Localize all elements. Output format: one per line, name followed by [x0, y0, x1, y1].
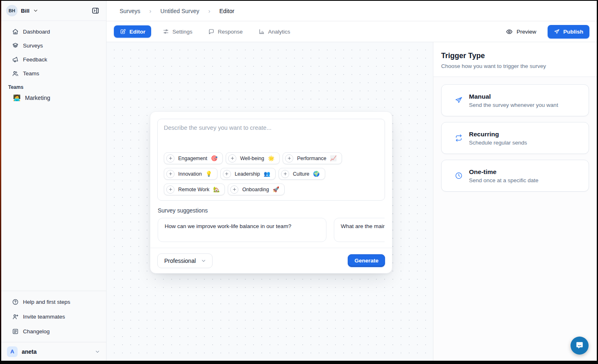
workspace-switcher[interactable]: BH Bill [6, 5, 39, 16]
topic-label: Performance [297, 156, 326, 161]
app-window: BH Bill Dashboard Surveys [1, 1, 597, 361]
breadcrumb-item[interactable]: Untitled Survey [140, 7, 199, 14]
panel-right-icon [91, 7, 100, 15]
topic-chips: Engagement 🎯 Well-being 🌟 Performance [164, 152, 378, 195]
sidebar-item-label: Teams [23, 70, 39, 77]
sliders-icon [163, 28, 169, 35]
tab-label: Response [218, 29, 243, 35]
topic-chip[interactable]: Remote Work 🏡 [164, 183, 225, 195]
plus-icon [223, 170, 231, 178]
help-icon [12, 298, 19, 305]
suggestion-card[interactable]: How can we improve work-life balance in … [158, 218, 326, 242]
eye-icon [506, 28, 513, 35]
sidebar-nav: Dashboard Surveys Feedback Teams [1, 21, 106, 80]
survey-prompt-input[interactable] [164, 124, 378, 149]
megaphone-icon [12, 56, 19, 63]
topic-label: Remote Work [178, 187, 209, 192]
editor-canvas[interactable]: Engagement 🎯 Well-being 🌟 Performance [106, 42, 433, 361]
chat-launcher-button[interactable] [571, 337, 589, 355]
topic-emoji: 🏡 [213, 186, 220, 192]
sidebar-item[interactable]: Feedback [5, 52, 102, 66]
suggestions-row: How can we improve work-life balance in … [158, 218, 385, 242]
topic-label: Onboarding [242, 187, 269, 192]
topic-label: Engagement [178, 156, 207, 161]
breadcrumb: SurveysUntitled SurveyEditor [120, 7, 234, 14]
trigger-panel: Trigger Type Choose how you want to trig… [433, 42, 597, 361]
topic-chip[interactable]: Culture 🌍 [279, 168, 325, 180]
sidebar-header: BH Bill [1, 1, 106, 21]
sidebar-item[interactable]: Dashboard [5, 25, 102, 38]
tab-label: Analytics [268, 29, 290, 35]
tab[interactable]: Response [204, 25, 247, 38]
team-emoji: 🧑‍💻 [13, 94, 21, 102]
tab-label: Settings [172, 29, 193, 35]
plus-icon [281, 170, 289, 178]
sidebar-footer-item[interactable]: Changelog [5, 324, 102, 339]
topic-emoji: 🌍 [313, 171, 319, 177]
breadcrumb-item[interactable]: Editor [199, 7, 235, 14]
user-name: aneta [22, 348, 91, 355]
topic-chip[interactable]: Leadership 👥 [220, 168, 276, 180]
chevron-down-icon [201, 258, 206, 264]
topic-chip[interactable]: Well-being 🌟 [226, 152, 280, 164]
chevron-down-icon [95, 349, 100, 355]
trigger-panel-title: Trigger Type [441, 52, 589, 60]
user-avatar: A [7, 346, 18, 357]
toolbar: Editor Settings Response Analytics [106, 21, 597, 42]
account-menu[interactable]: A aneta [1, 342, 106, 361]
topic-label: Culture [293, 171, 309, 177]
teams-section-label: Teams [1, 84, 106, 90]
send-icon [554, 29, 560, 35]
trigger-option[interactable]: One-time Send once at a specific date [441, 160, 589, 192]
tab[interactable]: Analytics [254, 25, 294, 38]
suggestion-card[interactable]: What are the main ob [334, 218, 385, 242]
topic-chip[interactable]: Performance 📈 [283, 152, 342, 164]
team-label: Marketing [25, 95, 50, 101]
publish-button[interactable]: Publish [548, 25, 589, 38]
topic-chip[interactable]: Engagement 🎯 [164, 152, 223, 164]
trigger-option-title: One-time [469, 168, 539, 176]
clock-icon [455, 172, 463, 180]
tab[interactable]: Settings [159, 25, 197, 38]
sidebar-team-item[interactable]: 🧑‍💻 Marketing [5, 91, 102, 105]
screen: BH Bill Dashboard Surveys [0, 0, 598, 364]
tab-label: Editor [129, 29, 145, 35]
sidebar-footer-item[interactable]: Invite teammates [5, 309, 102, 324]
workspace-avatar: BH [6, 5, 18, 16]
main-area: SurveysUntitled SurveyEditor Editor Sett… [106, 1, 597, 361]
tab-bar: Editor Settings Response Analytics [114, 25, 494, 38]
home-icon [12, 28, 19, 35]
trigger-option[interactable]: Manual Send the survey whenever you want [441, 84, 589, 116]
trigger-panel-header: Trigger Type Choose how you want to trig… [433, 42, 597, 77]
topic-chip[interactable]: Onboarding 🚀 [228, 183, 285, 195]
prompt-box: Engagement 🎯 Well-being 🌟 Performance [157, 119, 385, 201]
chevron-down-icon [33, 8, 39, 14]
repeat-icon [455, 134, 463, 142]
sidebar-item-label: Feedback [23, 57, 47, 63]
preview-button[interactable]: Preview [502, 26, 540, 38]
sidebar-item[interactable]: Teams [5, 66, 102, 80]
sidebar-footer-label: Changelog [23, 328, 50, 335]
generate-button[interactable]: Generate [348, 254, 385, 267]
teams-list: 🧑‍💻 Marketing [1, 91, 106, 105]
users-icon [12, 70, 19, 77]
topic-chip[interactable]: Innovation 💡 [164, 168, 217, 180]
plus-icon [228, 154, 236, 163]
trigger-option[interactable]: Recurring Schedule regular sends [441, 122, 589, 154]
topic-emoji: 👥 [264, 171, 270, 177]
sidebar-item-label: Dashboard [23, 29, 50, 35]
tab[interactable]: Editor [114, 25, 151, 38]
survey-composer-card: Engagement 🎯 Well-being 🌟 Performance [150, 111, 392, 274]
tone-select[interactable]: Professional [157, 253, 213, 268]
sidebar-footer-item[interactable]: Help and first steps [5, 294, 102, 309]
suggestions-title: Survey suggestions [158, 207, 385, 214]
trigger-option-title: Manual [469, 93, 558, 100]
topic-label: Innovation [178, 171, 202, 177]
sidebar-item[interactable]: Surveys [5, 38, 102, 52]
breadcrumb-item[interactable]: Surveys [120, 8, 140, 14]
topic-label: Leadership [235, 171, 260, 177]
trigger-panel-subtitle: Choose how you want to trigger the surve… [441, 63, 589, 69]
composer-footer: Professional Generate [150, 248, 392, 273]
topic-emoji: 📈 [330, 155, 337, 161]
sidebar-collapse-button[interactable] [90, 5, 101, 16]
